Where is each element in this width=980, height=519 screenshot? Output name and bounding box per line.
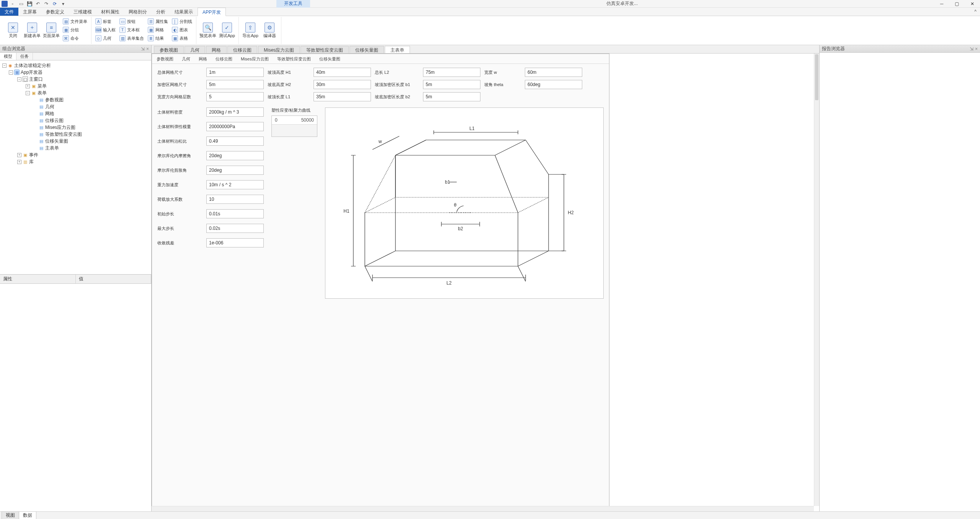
doc-tab-active[interactable]: 主表单 bbox=[385, 46, 410, 53]
horizontal-scrollbar[interactable] bbox=[152, 506, 814, 511]
doc-tab[interactable]: 等效塑性应变云图 bbox=[301, 46, 349, 53]
ribbon-collapse-icon[interactable]: ^ bbox=[972, 8, 978, 15]
field-input[interactable]: 5m bbox=[423, 92, 480, 101]
panel-tab-task[interactable]: 任务 bbox=[16, 53, 33, 60]
ribbon-tab-appdev[interactable]: APP开发 bbox=[198, 8, 226, 16]
props-body[interactable] bbox=[0, 284, 151, 511]
ribbon-propset-button[interactable]: ☰属性集 bbox=[146, 18, 170, 25]
sub-tab[interactable]: 参数视图 bbox=[154, 55, 176, 63]
tree-form-item[interactable]: 几何 bbox=[45, 104, 54, 110]
tree-app[interactable]: App开发器 bbox=[21, 69, 42, 76]
field-input[interactable]: 20deg bbox=[206, 151, 264, 160]
field-input[interactable]: 1m bbox=[206, 68, 264, 77]
ribbon-result-button[interactable]: ≣结果 bbox=[146, 34, 170, 42]
ribbon-new-form-button[interactable]: ＋新建表单 bbox=[23, 17, 41, 44]
ribbon-tab-analysis[interactable]: 分析 bbox=[152, 8, 170, 16]
ribbon-file-menu-button[interactable]: ▤文件菜单 bbox=[61, 18, 89, 25]
ribbon-tab-3d[interactable]: 三维建模 bbox=[69, 8, 96, 16]
pin-icon[interactable]: ⇲ bbox=[970, 46, 973, 52]
expander-icon[interactable]: + bbox=[26, 84, 30, 88]
ribbon-tab-result[interactable]: 结果展示 bbox=[170, 8, 198, 16]
ribbon-textbox-button[interactable]: T文本框 bbox=[118, 26, 145, 34]
tree-form-item[interactable]: 等效塑性应变云图 bbox=[45, 131, 82, 138]
ribbon-formset-button[interactable]: ▥表单集合 bbox=[118, 34, 145, 42]
field-input[interactable]: 20deg bbox=[206, 166, 264, 175]
field-input[interactable]: 5 bbox=[206, 92, 264, 101]
tree-form-item[interactable]: Mises应力云图 bbox=[45, 124, 75, 131]
maximize-button[interactable]: ▢ bbox=[949, 0, 965, 8]
field-input[interactable]: 20000000Pa bbox=[206, 122, 264, 131]
ribbon-tab-material[interactable]: 材料属性 bbox=[96, 8, 124, 16]
tree-form-item[interactable]: 参数视图 bbox=[45, 97, 64, 103]
field-input[interactable]: 0.01s bbox=[206, 209, 264, 218]
ribbon-page-menu-button[interactable]: ≡页面菜单 bbox=[42, 17, 60, 44]
ribbon-preview-button[interactable]: 🔍预览表单 bbox=[199, 17, 217, 44]
field-input[interactable]: 2000kg / m ^ 3 bbox=[206, 107, 264, 117]
vertical-scrollbar[interactable] bbox=[814, 54, 819, 506]
ribbon-tab-file[interactable]: 文件 bbox=[0, 8, 18, 16]
ribbon-input-button[interactable]: ⌨输入框 bbox=[94, 26, 117, 34]
status-tab-view[interactable]: 视图 bbox=[2, 511, 19, 519]
tree-main-window[interactable]: 主窗口 bbox=[29, 76, 43, 83]
tree-root[interactable]: 土体边坡稳定分析 bbox=[14, 62, 51, 69]
doc-tab[interactable]: 网格 bbox=[206, 46, 227, 53]
expander-icon[interactable]: + bbox=[17, 160, 21, 164]
ribbon-geometry-button[interactable]: ◇几何 bbox=[94, 34, 117, 42]
status-tab-data[interactable]: 数据 bbox=[19, 511, 36, 519]
doc-tab[interactable]: 几何 bbox=[185, 46, 205, 53]
panel-close-icon[interactable]: × bbox=[975, 46, 978, 52]
close-button[interactable]: ✕ bbox=[965, 0, 980, 8]
model-tree[interactable]: −◉土体边坡稳定分析 −⊞App开发器 −▢主窗口 +▣菜单 −▣表单 ▤参数视… bbox=[0, 60, 151, 274]
ribbon-tab-param[interactable]: 参数定义 bbox=[41, 8, 69, 16]
expander-icon[interactable]: − bbox=[26, 91, 30, 95]
doc-tab[interactable]: Mises应力云图 bbox=[258, 46, 300, 53]
tree-form-item[interactable]: 位移云图 bbox=[45, 117, 64, 124]
ribbon-button-button[interactable]: ▭按钮 bbox=[118, 18, 145, 25]
sub-tab[interactable]: 几何 bbox=[180, 55, 193, 63]
pin-icon[interactable]: ⇲ bbox=[141, 46, 145, 52]
ribbon-tab-home[interactable]: 主屏幕 bbox=[18, 8, 41, 16]
report-body[interactable] bbox=[820, 53, 980, 511]
doc-tab[interactable]: 位移云图 bbox=[227, 46, 257, 53]
ribbon-export-button[interactable]: ⇪导出App bbox=[241, 17, 260, 44]
tree-menu[interactable]: 菜单 bbox=[38, 83, 47, 89]
qat-undo-icon[interactable]: ↶ bbox=[34, 1, 41, 7]
qat-dropdown-icon[interactable]: ▾ bbox=[60, 1, 67, 7]
ribbon-compiler-button[interactable]: ⚙编译器 bbox=[260, 17, 279, 44]
ribbon-test-button[interactable]: ✓测试App bbox=[218, 17, 236, 44]
ribbon-chart-button[interactable]: ◐图表 bbox=[170, 26, 194, 34]
ribbon-close-button[interactable]: ✕关闭 bbox=[4, 17, 22, 44]
field-input[interactable]: 75m bbox=[423, 68, 480, 77]
field-input[interactable]: 10m / s ^ 2 bbox=[206, 180, 264, 189]
ribbon-table-button[interactable]: ▦表格 bbox=[170, 34, 194, 42]
field-input[interactable]: 5m bbox=[423, 80, 480, 89]
field-input[interactable]: 30m bbox=[314, 80, 371, 89]
tree-form-item[interactable]: 网格 bbox=[45, 111, 54, 117]
sub-tab[interactable]: 网格 bbox=[196, 55, 209, 63]
tree-events[interactable]: 事件 bbox=[29, 152, 38, 158]
field-input[interactable]: 10 bbox=[206, 195, 264, 204]
qat-open-icon[interactable]: ▭ bbox=[18, 1, 24, 7]
sub-tab[interactable]: 位移云图 bbox=[213, 55, 235, 63]
doc-tab[interactable]: 参数视图 bbox=[154, 46, 184, 53]
field-input[interactable]: 40m bbox=[314, 68, 371, 77]
ribbon-mesh-button[interactable]: ▦网格 bbox=[146, 26, 170, 34]
tree-form-item[interactable]: 主表单 bbox=[45, 145, 59, 151]
qat-save-icon[interactable]: 💾 bbox=[26, 1, 33, 7]
field-input[interactable]: 60m bbox=[525, 68, 582, 77]
field-input[interactable]: 35m bbox=[314, 92, 371, 101]
expander-icon[interactable]: − bbox=[9, 70, 13, 75]
scrollbar-thumb[interactable] bbox=[815, 54, 818, 100]
sub-tab[interactable]: 等效塑性应变云图 bbox=[275, 55, 313, 63]
tree-forms[interactable]: 表单 bbox=[38, 90, 47, 96]
qat-new-icon[interactable]: ▫ bbox=[9, 1, 16, 7]
doc-tab[interactable]: 位移矢量图 bbox=[350, 46, 384, 53]
minimize-button[interactable]: ─ bbox=[934, 0, 949, 8]
panel-tab-model[interactable]: 模型 bbox=[0, 53, 16, 60]
expander-icon[interactable]: − bbox=[17, 77, 21, 81]
field-input[interactable]: 0.49 bbox=[206, 137, 264, 146]
ribbon-splitline-button[interactable]: │分割线 bbox=[170, 18, 194, 25]
curve-table[interactable]: 050000 bbox=[271, 116, 317, 137]
sub-tab[interactable]: Mises应力云图 bbox=[238, 55, 271, 63]
ribbon-group-button[interactable]: ▦分组 bbox=[61, 26, 89, 34]
